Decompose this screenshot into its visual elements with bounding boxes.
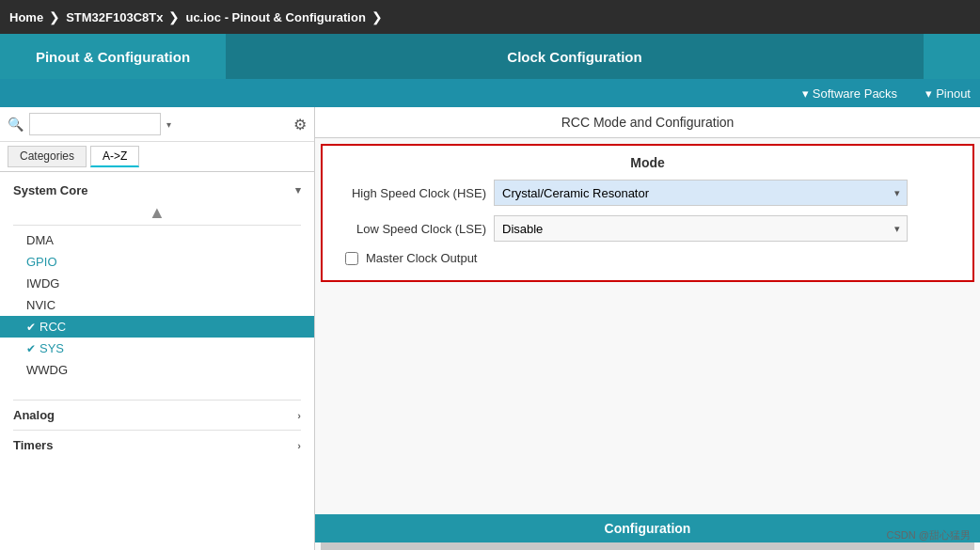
lse-label: Low Speed Clock (LSE) <box>336 222 486 236</box>
config-scroll-bar[interactable] <box>321 542 974 550</box>
hse-label: High Speed Clock (HSE) <box>336 186 486 200</box>
timers-header[interactable]: Timers › <box>0 432 314 458</box>
hse-select[interactable]: Disable BYPASS Clock Source Crystal/Cera… <box>494 180 908 206</box>
sidebar-item-gpio[interactable]: GPIO <box>0 251 314 273</box>
sidebar-item-wwdg[interactable]: WWDG <box>0 359 314 381</box>
system-core-header[interactable]: System Core ▾ <box>0 178 314 203</box>
breadcrumb-mcu[interactable]: STM32F103C8Tx <box>66 10 163 24</box>
master-clock-checkbox[interactable] <box>345 252 358 265</box>
divider-2 <box>13 400 301 401</box>
sub-nav-pinout[interactable]: Pinout <box>925 86 971 101</box>
main-layout: 🔍 ▾ ⚙ Categories A->Z System Core ▾ ▲ DM… <box>0 107 980 550</box>
master-clock-row: Master Clock Output <box>336 251 959 265</box>
tab-clock[interactable]: Clock Configuration <box>226 34 924 79</box>
gear-icon[interactable]: ⚙ <box>293 116 307 134</box>
chevron-down-icon-2 <box>925 86 932 101</box>
search-input[interactable] <box>29 113 161 135</box>
mode-title: Mode <box>336 155 959 170</box>
sidebar-item-rcc[interactable]: ✔ RCC <box>0 316 314 338</box>
analog-header[interactable]: Analog › <box>0 402 314 428</box>
lse-select[interactable]: Disable BYPASS Clock Source Crystal/Cera… <box>494 215 908 242</box>
divider-1 <box>13 225 301 226</box>
chevron-down-icon <box>802 86 809 101</box>
sidebar: 🔍 ▾ ⚙ Categories A->Z System Core ▾ ▲ DM… <box>0 107 315 550</box>
sidebar-item-sys[interactable]: ✔ SYS <box>0 338 314 359</box>
rcc-title: RCC Mode and Configuration <box>315 107 980 138</box>
sub-nav-software-packs[interactable]: Software Packs <box>802 86 897 101</box>
sidebar-item-dma[interactable]: DMA <box>0 229 314 251</box>
system-core-arrow: ▾ <box>295 184 301 196</box>
breadcrumb-file[interactable]: uc.ioc - Pinout & Configuration <box>185 10 365 24</box>
content-area: RCC Mode and Configuration Mode High Spe… <box>315 107 980 550</box>
sub-nav-bar: Software Packs Pinout <box>0 79 980 107</box>
dropdown-arrow-icon: ▾ <box>166 119 171 130</box>
lse-select-wrap: Disable BYPASS Clock Source Crystal/Cera… <box>494 215 908 242</box>
system-core-section: System Core ▾ ▲ DMA GPIO IWDG NVIC ✔ RCC… <box>0 172 314 388</box>
scroll-up-indicator: ▲ <box>0 203 314 223</box>
breadcrumb: Home ❯ STM32F103C8Tx ❯ uc.ioc - Pinout &… <box>0 0 980 34</box>
tab-extra[interactable] <box>924 34 980 79</box>
config-area: Configuration <box>315 514 980 550</box>
analog-arrow: › <box>297 410 301 421</box>
top-tab-bar: Pinout & Configuration Clock Configurati… <box>0 34 980 79</box>
hse-row: High Speed Clock (HSE) Disable BYPASS Cl… <box>336 180 959 206</box>
mode-section: Mode High Speed Clock (HSE) Disable BYPA… <box>321 144 974 282</box>
tab-categories[interactable]: Categories <box>8 146 87 167</box>
sidebar-search-bar: 🔍 ▾ ⚙ <box>0 107 314 142</box>
timers-arrow: › <box>297 440 301 451</box>
lse-row: Low Speed Clock (LSE) Disable BYPASS Clo… <box>336 215 959 242</box>
sidebar-item-iwdg[interactable]: IWDG <box>0 273 314 294</box>
search-icon: 🔍 <box>8 117 24 132</box>
master-clock-label: Master Clock Output <box>366 251 478 265</box>
analog-label: Analog <box>13 408 55 422</box>
config-bar-header: Configuration <box>315 514 980 542</box>
sidebar-item-nvic[interactable]: NVIC <box>0 294 314 316</box>
watermark: CSDN @甜心猛男 <box>887 528 971 542</box>
timers-label: Timers <box>13 438 53 452</box>
divider-3 <box>13 430 301 431</box>
check-icon: ✔ <box>26 321 36 334</box>
analog-section: Analog › Timers › <box>0 398 314 458</box>
breadcrumb-arrow-1: ❯ <box>49 9 60 24</box>
tab-az[interactable]: A->Z <box>90 146 139 167</box>
system-core-label: System Core <box>13 183 87 197</box>
hse-select-wrap: Disable BYPASS Clock Source Crystal/Cera… <box>494 180 908 206</box>
tab-pinout[interactable]: Pinout & Configuration <box>0 34 226 79</box>
sidebar-tabs: Categories A->Z <box>0 142 314 172</box>
sidebar-item-list: DMA GPIO IWDG NVIC ✔ RCC ✔ SYS WWDG <box>0 228 314 383</box>
breadcrumb-arrow-3: ❯ <box>371 9 383 24</box>
breadcrumb-arrow-2: ❯ <box>168 9 180 24</box>
breadcrumb-home[interactable]: Home <box>9 10 43 24</box>
check-icon-sys: ✔ <box>26 342 36 355</box>
